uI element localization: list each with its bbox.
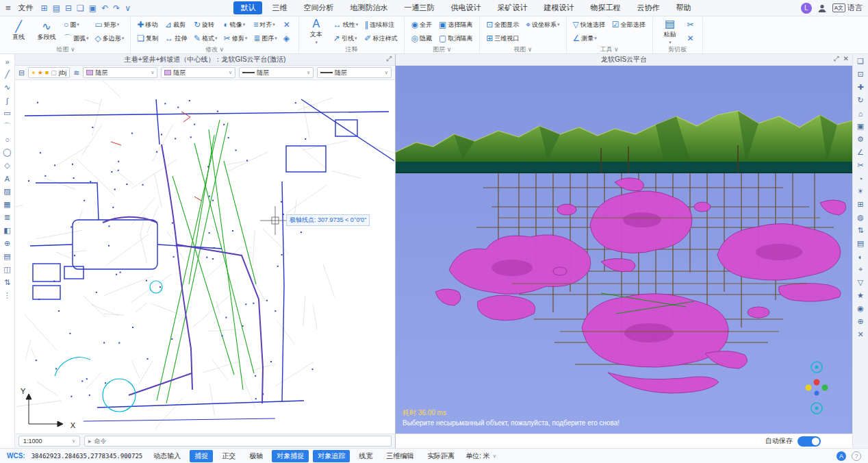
settings-icon[interactable]: ⚙ [854,134,867,145]
tool-set-ucs[interactable]: ⌖设坐标系▾ [524,18,561,32]
scene-3d[interactable]: 耗时 36.00 ms Выберите несырьманный объект… [396,66,852,434]
render-icon[interactable]: ◍ [854,212,867,223]
tool-paste[interactable]: ▤粘贴▾ [657,18,683,45]
layer-checkbox-icon[interactable]: ▢ [51,70,57,76]
rectangle-tool-icon[interactable]: ▭ [1,108,14,119]
ribbon-group-label[interactable]: 图层 ∨ [409,45,475,53]
polygon-tool-icon[interactable]: ◇ [1,160,14,171]
ribbon-group-label[interactable]: 注释 [303,45,400,53]
tab-cloud-collab[interactable]: 云协作 [630,1,666,14]
app-menu-icon[interactable]: ≡ [5,3,11,13]
tool-leader[interactable]: ↗引线▾ [331,32,361,45]
tool-cut[interactable]: ✂ [685,18,698,32]
help-icon[interactable]: ? [852,451,861,461]
swap-view-icon[interactable]: ⇅ [854,225,867,236]
layer-list-icon[interactable]: ≣ [1,212,14,223]
tool-mirror[interactable]: ◐镜像▾ [222,18,250,32]
lineweight-select[interactable]: 随层 ∨ [317,67,392,78]
attribute-tool-icon[interactable]: ▤ [1,251,14,262]
tab-ventilation[interactable]: 一通三防 [397,1,441,14]
tool-continue-dim[interactable]: ∥连续标注 [362,18,400,32]
ribbon-group-label[interactable]: 剪切板 [657,45,698,53]
tab-modeling-design[interactable]: 建模设计 [537,1,580,14]
tool-polygon[interactable]: ◇多边形▾ [93,32,127,45]
language-switcher[interactable]: A文 语言 [832,3,863,13]
layer-state-icon[interactable]: ▤ [854,238,867,249]
order-tool-icon[interactable]: ⇅ [1,277,14,288]
fullscreen-icon[interactable]: ⤢ [386,55,392,63]
tool-move[interactable]: ✚移动 [135,18,161,32]
tool-arc[interactable]: ⌒圆弧▾ [62,32,91,45]
tab-geology-water[interactable]: 地测防治水 [343,1,394,14]
spline-tool-icon[interactable]: ʃ [1,95,14,106]
linetype-select[interactable]: 随层 ∨ [239,67,314,78]
tab-power-design[interactable]: 供电设计 [444,1,487,14]
fit-extents-icon[interactable]: ⊡ [854,68,867,80]
tool-rectangle[interactable]: ▭矩形▾ [93,18,127,32]
tool-3d-viewport[interactable]: ⊞三维视口 [484,32,522,45]
favorite-layer-icon[interactable]: ★ [38,70,43,76]
ortho-toggle[interactable]: 正交 [217,450,240,462]
otrack-toggle[interactable]: 对象追踪 [313,450,350,462]
bookmark-icon[interactable]: ★ [854,290,867,301]
block-tool-icon[interactable]: ◧ [1,225,14,236]
more-tools-icon[interactable]: ⋮ [1,290,14,301]
user-avatar[interactable]: L [801,3,812,14]
target-icon[interactable]: ⊕ [854,316,867,327]
tool-zoom-extents[interactable]: ⊡全图显示 [484,18,522,32]
tool-isolate-selection[interactable]: ▣选择隔离 [437,18,475,32]
ribbon-group-label[interactable]: 工具 ∨ [571,45,648,53]
tab-spatial-analysis[interactable]: 空间分析 [296,1,340,14]
filter-select-icon[interactable]: ▽ [854,277,867,288]
redo-icon[interactable]: ↷ [113,4,120,12]
polyline-tool-icon[interactable]: ∿ [1,82,14,93]
viewport-grid-icon[interactable]: ⊞ [854,199,867,210]
osnap-toggle[interactable]: 对象捕捉 [272,450,309,462]
snap-toggle[interactable]: 捕捉 [190,450,213,462]
command-input[interactable] [94,438,387,445]
tool-polyline[interactable]: ∿多段线 [34,18,60,45]
tool-explode[interactable]: ◈ [281,32,294,45]
text-tool-icon[interactable]: A [1,173,14,184]
circle-tool-icon[interactable]: ○ [1,134,14,145]
tool-align[interactable]: ≡对齐▾ [251,18,279,32]
tool-dim-style[interactable]: ✐标注样式 [362,32,400,45]
tool-circle[interactable]: ○圆▾ [62,18,91,32]
tab-help[interactable]: 帮助 [669,1,698,14]
tool-draw-order[interactable]: ≣图序▾ [251,32,279,45]
save-as-icon[interactable]: ❏ [77,4,84,12]
arc-tool-icon[interactable]: ⌒ [1,121,14,132]
scene-3d-render[interactable] [396,66,852,434]
select-box-icon[interactable]: ▣ [854,121,867,132]
entity-color-select[interactable]: 随层 ∨ [161,67,235,78]
lock-layer-icon[interactable]: ■ [45,70,49,76]
autosave-toggle[interactable] [797,436,821,447]
save-icon[interactable]: ⊟ [65,4,72,12]
tool-linear-dim[interactable]: ↔线性▾ [331,18,361,32]
layer-on-icon[interactable]: ● [31,70,35,76]
tool-unisolate[interactable]: ▢取消隔离 [437,32,475,45]
viewport-tool-icon[interactable]: ◫ [1,264,14,275]
3d-edit-toggle[interactable]: 三维编辑 [381,450,418,462]
cad-drawing[interactable] [15,80,395,434]
layers-stack-icon[interactable]: ≋ [73,68,79,77]
tool-rotate[interactable]: ↻旋转 [192,18,220,32]
orbit-icon[interactable]: ↻ [854,95,867,106]
dynamic-input-toggle[interactable]: 动态输入 [149,450,186,462]
tab-geophysics[interactable]: 物探工程 [583,1,627,14]
new-file-icon[interactable]: ⊞ [41,4,48,12]
tool-clear[interactable]: ✕ [685,32,698,45]
tool-select-all[interactable]: ☑全部选择 [610,18,648,32]
hatch-tool-icon[interactable]: ▨ [1,186,14,197]
sunlight-icon[interactable]: ☀ [854,186,867,197]
tab-3d[interactable]: 三维 [265,1,294,14]
ucs-icon[interactable]: ⌖ [854,264,867,275]
tool-clip[interactable]: ⊿裁剪 [163,18,190,32]
tool-text[interactable]: A文本▾ [303,18,329,45]
close-icon[interactable]: ✕ [843,55,849,63]
shade-mode-icon[interactable]: ◔ [854,173,867,184]
scale-select[interactable]: 1:1000 ∨ [18,436,80,447]
open-file-icon[interactable]: ▤ [53,4,60,12]
tool-delete[interactable]: ✕ [281,18,294,32]
expand-panel-icon[interactable]: » [1,55,14,67]
